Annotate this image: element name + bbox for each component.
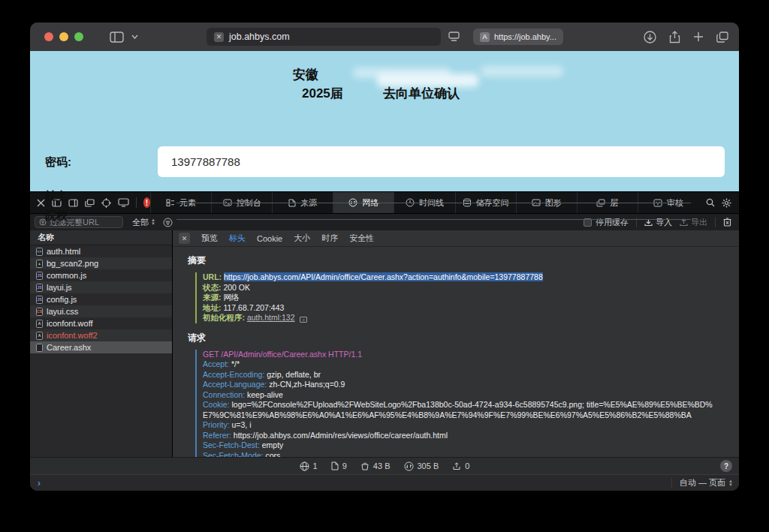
domain-count: 1 xyxy=(300,461,318,471)
detail-tab-size[interactable]: 大小 xyxy=(294,233,310,244)
password-label: 密码: xyxy=(45,155,71,170)
minimize-window-button[interactable] xyxy=(59,32,68,41)
js-file-icon: JS xyxy=(36,284,43,292)
toolbar-divider xyxy=(136,197,137,208)
console-prompt-icon[interactable]: › xyxy=(38,478,41,488)
detach-inspector-icon[interactable] xyxy=(85,199,95,207)
request-line: GET /API/Admin/office/Career.ashx HTTP/1… xyxy=(203,350,739,360)
site-badge-icon: ✕ xyxy=(214,32,224,42)
web-inspector: ! 元素 控制台 来源 网络 时间线 xyxy=(30,191,739,491)
resource-row[interactable]: Aiconfont.woff xyxy=(30,317,172,329)
page-title-line2-right: 去向单位确认 xyxy=(383,85,460,102)
import-button[interactable]: 导入 xyxy=(644,217,672,228)
browser-tab[interactable]: A https://job.ahby... xyxy=(473,29,563,45)
tab-overview-icon[interactable] xyxy=(716,32,728,43)
initiator-link[interactable]: auth.html:132 xyxy=(247,313,295,322)
school-label: 院校: xyxy=(45,209,71,223)
address-url: job.ahbys.com xyxy=(229,32,290,42)
new-tab-icon[interactable] xyxy=(693,32,704,42)
toolbar-actions xyxy=(644,23,728,51)
console-prompt-bar[interactable]: › 自动 — 页面 ▲▼ xyxy=(30,474,739,491)
tab-favicon: A xyxy=(480,32,490,42)
document-icon xyxy=(331,461,339,470)
css-file-icon: CS xyxy=(36,308,43,316)
resource-row-selected[interactable]: Career.ashx xyxy=(30,341,172,353)
detail-tab-security[interactable]: 安全性 xyxy=(349,233,374,244)
tab-display-icon[interactable] xyxy=(448,32,460,41)
name-input[interactable] xyxy=(176,203,691,203)
reveal-initiator-icon[interactable]: ≡ xyxy=(300,317,307,323)
page-title-line2-left: 2025届 xyxy=(302,85,343,102)
upload-icon xyxy=(452,461,461,470)
filter-bar-actions: 停用缓存 导入 导出 xyxy=(584,217,739,228)
summary-section-title: 摘要 xyxy=(188,254,739,267)
headers-panel: 摘要 URL: https://job.ahbys.com/API/Admin/… xyxy=(173,247,739,457)
detail-tab-preview[interactable]: 预览 xyxy=(201,233,218,244)
resource-scope-dropdown[interactable]: 全部 ▲▼ xyxy=(132,217,155,228)
request-section-title: 请求 xyxy=(188,332,739,344)
detail-tab-headers[interactable]: 标头 xyxy=(229,233,246,244)
detail-tab-cookie[interactable]: Cookie xyxy=(257,234,282,243)
search-icon[interactable] xyxy=(706,198,715,207)
js-file-icon: JS xyxy=(36,272,43,280)
resource-list-header: 名称 xyxy=(30,230,172,245)
title-bar: ✕ job.ahbys.com A https://job.ahby... xyxy=(30,23,739,51)
resource-list-panel: 名称 <>auth.html ▲bg_scan2.png JScommon.js… xyxy=(30,230,173,457)
network-main: 名称 <>auth.html ▲bg_scan2.png JScommon.js… xyxy=(30,230,739,457)
request-block: GET /API/Admin/office/Career.ashx HTTP/1… xyxy=(195,350,739,458)
doc-file-icon xyxy=(36,344,43,352)
help-button[interactable]: ? xyxy=(720,460,732,472)
execution-context-selector[interactable]: 自动 — 页面 ▲▼ xyxy=(671,478,733,488)
globe-icon xyxy=(300,461,309,471)
updown-chevron-icon: ▲▼ xyxy=(728,479,733,487)
export-button[interactable]: 导出 xyxy=(680,217,707,228)
error-badge[interactable]: ! xyxy=(143,197,150,208)
summary-url-value: https://job.ahbys.com/API/Admin/office/C… xyxy=(224,272,543,281)
tab-url: https://job.ahby... xyxy=(494,32,556,41)
uploaded-size: 0 xyxy=(452,461,469,470)
detail-tab-bar: ✕ 预览 标头 Cookie 大小 时序 安全性 xyxy=(173,230,739,247)
request-detail-pane: ✕ 预览 标头 Cookie 大小 时序 安全性 摘要 URL: https:/… xyxy=(173,230,739,457)
settings-gear-icon[interactable] xyxy=(722,198,731,208)
size-bag-icon xyxy=(360,461,369,470)
close-detail-icon[interactable]: ✕ xyxy=(179,233,190,244)
detail-tab-timing[interactable]: 时序 xyxy=(321,233,338,244)
clear-network-items-icon[interactable] xyxy=(723,218,731,227)
resource-row[interactable]: <>auth.html xyxy=(30,245,172,257)
address-bar[interactable]: ✕ job.ahbys.com xyxy=(207,28,441,46)
web-page-content: 安徽 2025届 去向单位确认 密码: 姓名: 院校: xyxy=(30,51,739,191)
traffic-lights xyxy=(44,32,83,41)
updown-chevron-icon: ▲▼ xyxy=(151,218,155,226)
downloads-icon[interactable] xyxy=(644,31,656,44)
image-file-icon: ▲ xyxy=(36,260,43,268)
html-file-icon: <> xyxy=(36,248,43,256)
network-status-bar: 1 9 43 B 305 B 0 ? xyxy=(30,457,739,474)
inspector-tools xyxy=(698,192,739,213)
device-display-icon[interactable] xyxy=(118,198,129,207)
inspect-element-icon[interactable] xyxy=(101,198,111,208)
filter-options-icon[interactable] xyxy=(163,218,173,227)
name-label: 姓名: xyxy=(45,189,71,203)
font-file-icon: A xyxy=(36,320,43,328)
resource-row[interactable]: ▲bg_scan2.png xyxy=(30,257,172,269)
resource-row[interactable]: CSlayui.css xyxy=(30,305,172,317)
disable-cache-toggle[interactable]: 停用缓存 xyxy=(584,217,629,228)
js-file-icon: JS xyxy=(36,296,43,304)
close-inspector-icon[interactable] xyxy=(37,199,45,207)
resource-row[interactable]: JSconfig.js xyxy=(30,293,172,305)
resource-row[interactable]: JScommon.js xyxy=(30,269,172,281)
sidebar-toggle-icon[interactable] xyxy=(110,32,124,43)
browser-window: ✕ job.ahbys.com A https://job.ahby... xyxy=(30,23,739,491)
share-icon[interactable] xyxy=(669,31,680,44)
resource-count: 9 xyxy=(331,461,347,470)
resource-row[interactable]: JSlayui.js xyxy=(30,281,172,293)
close-window-button[interactable] xyxy=(44,32,53,41)
password-input[interactable] xyxy=(158,146,725,177)
school-input[interactable] xyxy=(176,219,691,220)
page-title-line1: 安徽 xyxy=(293,66,318,83)
resource-row-error[interactable]: Aiconfont.woff2 xyxy=(30,329,172,341)
network-filter-bar: 过滤完整URL 全部 ▲▼ 停用缓存 导入 xyxy=(30,213,739,230)
zoom-window-button[interactable] xyxy=(74,32,83,41)
redaction-blob xyxy=(481,66,563,77)
chevron-down-icon[interactable] xyxy=(131,35,138,39)
